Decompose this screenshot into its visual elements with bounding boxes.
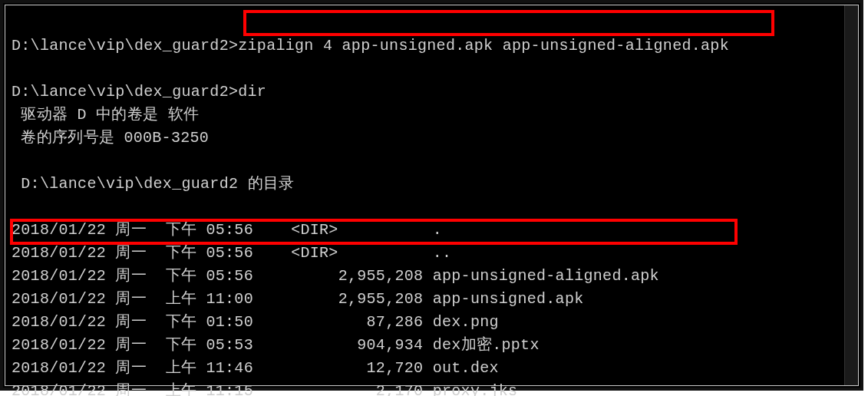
vertical-scrollbar[interactable] [844,5,858,385]
prompt-path: D:\lance\vip\dex_guard2> [12,83,238,101]
terminal-window: D:\lance\vip\dex_guard2>zipalign 4 app-u… [0,0,863,391]
directory-of-line: D:\lance\vip\dex_guard2 的目录 [12,175,294,193]
dir-row: 2018/01/22 周一 下午 05:56 <DIR> .. [12,244,451,262]
volume-serial-line: 卷的序列号是 000B-3250 [12,129,209,147]
dir-row: 2018/01/22 周一 下午 05:56 2,955,208 app-uns… [12,267,659,285]
volume-label-line: 驱动器 D 中的卷是 软件 [12,106,199,124]
dir-row: 2018/01/22 周一 下午 05:56 <DIR> . [12,221,442,239]
command-text: zipalign 4 app-unsigned.apk app-unsigned… [238,37,729,54]
dir-row: 2018/01/22 周一 下午 01:50 87,286 dex.png [12,313,499,331]
dir-row: 2018/01/22 周一 上午 11:15 2,170 proxy.jks [12,382,517,396]
dir-row: 2018/01/22 周一 上午 11:00 2,955,208 app-uns… [12,290,584,308]
terminal-output[interactable]: D:\lance\vip\dex_guard2>zipalign 4 app-u… [5,5,858,396]
command-text: dir [238,83,266,101]
prompt-path: D:\lance\vip\dex_guard2> [12,37,238,54]
terminal-inner: D:\lance\vip\dex_guard2>zipalign 4 app-u… [5,5,859,386]
dir-row: 2018/01/22 周一 下午 05:53 904,934 dex加密.ppt… [12,336,540,354]
dir-row: 2018/01/22 周一 上午 11:46 12,720 out.dex [12,359,499,377]
